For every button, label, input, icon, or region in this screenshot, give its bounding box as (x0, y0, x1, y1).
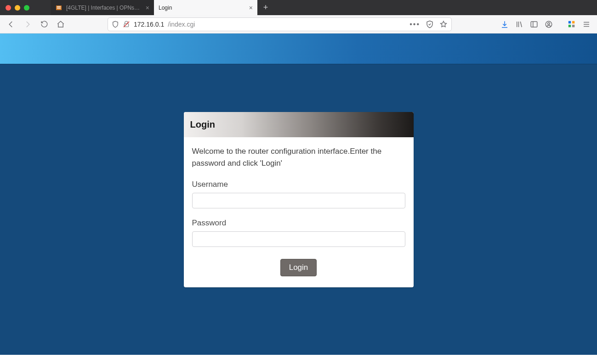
login-heading: Login (190, 119, 215, 130)
back-button[interactable] (5, 18, 17, 31)
window-controls (0, 0, 51, 15)
app-menu-icon[interactable] (582, 20, 591, 28)
username-label: Username (192, 180, 405, 189)
svg-rect-10 (572, 21, 574, 23)
reader-permissions-icon[interactable] (426, 20, 434, 28)
login-welcome-text: Welcome to the router configuration inte… (192, 146, 405, 170)
minimize-window-button[interactable] (15, 5, 20, 11)
close-window-button[interactable] (6, 5, 11, 11)
page-body: Login Welcome to the router configuratio… (0, 64, 597, 355)
browser-tabbar: [4GLTE] | Interfaces | OPNsens × Login ×… (0, 0, 597, 15)
password-input[interactable] (192, 231, 405, 247)
forward-button[interactable] (21, 18, 34, 31)
tab-favicon-icon (55, 4, 63, 11)
tab-opnsense[interactable]: [4GLTE] | Interfaces | OPNsens × (51, 0, 154, 15)
svg-point-8 (548, 22, 550, 25)
library-icon[interactable] (515, 20, 523, 28)
extensions-icon[interactable] (568, 20, 576, 28)
password-field: Password (192, 218, 405, 247)
svg-rect-11 (569, 24, 571, 27)
page-banner (0, 34, 597, 64)
toolbar-right (500, 20, 592, 28)
close-tab-icon[interactable]: × (146, 4, 149, 11)
downloads-icon[interactable] (500, 20, 509, 28)
browser-toolbar: 172.16.0.1/index.cgi ••• (0, 15, 597, 34)
account-icon[interactable] (545, 20, 553, 28)
bookmark-star-icon[interactable] (439, 20, 448, 28)
password-label: Password (192, 218, 405, 228)
svg-rect-1 (57, 6, 61, 7)
url-path: /index.cgi (168, 21, 195, 28)
close-tab-icon[interactable]: × (249, 4, 253, 11)
username-input[interactable] (192, 193, 405, 208)
zoom-window-button[interactable] (24, 5, 29, 11)
svg-rect-9 (569, 21, 571, 23)
page-actions-icon[interactable]: ••• (409, 20, 420, 28)
login-card: Login Welcome to the router configuratio… (184, 112, 414, 287)
username-field: Username (192, 180, 405, 208)
address-bar[interactable]: 172.16.0.1/index.cgi ••• (108, 17, 452, 31)
new-tab-button[interactable]: + (257, 0, 274, 15)
tracking-protection-icon[interactable] (112, 21, 119, 28)
home-button[interactable] (54, 18, 67, 31)
tab-title: [4GLTE] | Interfaces | OPNsens (66, 5, 142, 11)
url-host: 172.16.0.1 (134, 21, 164, 28)
svg-rect-5 (531, 22, 537, 27)
svg-rect-12 (572, 24, 574, 27)
tab-title: Login (159, 5, 245, 11)
reload-button[interactable] (38, 18, 51, 31)
svg-rect-2 (57, 8, 61, 9)
page-viewport: Login Welcome to the router configuratio… (0, 34, 597, 364)
tab-login[interactable]: Login × (154, 0, 257, 15)
sidebar-icon[interactable] (530, 20, 538, 28)
insecure-connection-icon[interactable] (123, 21, 130, 28)
login-card-header: Login (184, 112, 414, 137)
login-button[interactable]: Login (280, 259, 317, 276)
